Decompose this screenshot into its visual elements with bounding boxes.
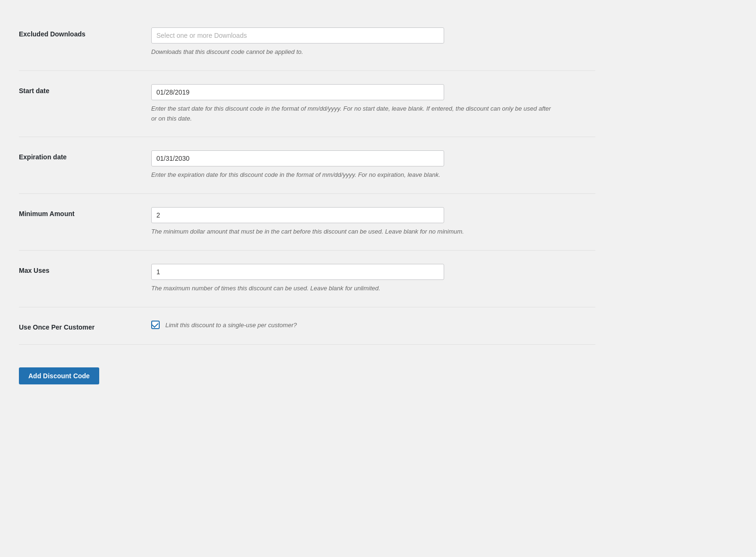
minimum-amount-label: Minimum Amount xyxy=(19,207,151,218)
max-uses-row: Max Uses The maximum number of times thi… xyxy=(19,251,595,307)
start-date-label: Start date xyxy=(19,84,151,95)
checkbox-label-text: Limit this discount to a single-use per … xyxy=(165,322,297,329)
expiration-date-row: Expiration date Enter the expiration dat… xyxy=(19,137,595,193)
excluded-downloads-label: Excluded Downloads xyxy=(19,27,151,38)
excluded-downloads-description: Downloads that this discount code cannot… xyxy=(151,47,558,57)
max-uses-label: Max Uses xyxy=(19,264,151,274)
submit-row: Add Discount Code xyxy=(19,345,595,384)
expiration-date-field: Enter the expiration date for this disco… xyxy=(151,150,558,180)
add-discount-code-button[interactable]: Add Discount Code xyxy=(19,367,99,384)
start-date-input[interactable] xyxy=(151,84,444,100)
start-date-field: Enter the start date for this discount c… xyxy=(151,84,558,124)
excluded-downloads-field: Downloads that this discount code cannot… xyxy=(151,27,558,57)
minimum-amount-description: The minimum dollar amount that must be i… xyxy=(151,227,558,237)
expiration-date-label: Expiration date xyxy=(19,150,151,161)
excluded-downloads-input[interactable] xyxy=(151,27,444,44)
start-date-row: Start date Enter the start date for this… xyxy=(19,71,595,137)
expiration-date-input[interactable] xyxy=(151,150,444,166)
use-once-per-customer-label: Use Once Per Customer xyxy=(19,321,151,331)
minimum-amount-row: Minimum Amount The minimum dollar amount… xyxy=(19,194,595,250)
excluded-downloads-row: Excluded Downloads Downloads that this d… xyxy=(19,14,595,70)
max-uses-description: The maximum number of times this discoun… xyxy=(151,284,558,294)
minimum-amount-field: The minimum dollar amount that must be i… xyxy=(151,207,558,237)
use-once-per-customer-row: Use Once Per Customer Limit this discoun… xyxy=(19,307,595,344)
expiration-date-description: Enter the expiration date for this disco… xyxy=(151,170,558,180)
checkbox-row: Limit this discount to a single-use per … xyxy=(151,321,558,330)
checkbox-wrapper[interactable] xyxy=(151,321,161,330)
start-date-description: Enter the start date for this discount c… xyxy=(151,104,558,124)
minimum-amount-input[interactable] xyxy=(151,207,444,223)
use-once-per-customer-field: Limit this discount to a single-use per … xyxy=(151,321,558,330)
max-uses-input[interactable] xyxy=(151,264,444,280)
discount-form: Excluded Downloads Downloads that this d… xyxy=(0,0,614,399)
max-uses-field: The maximum number of times this discoun… xyxy=(151,264,558,294)
